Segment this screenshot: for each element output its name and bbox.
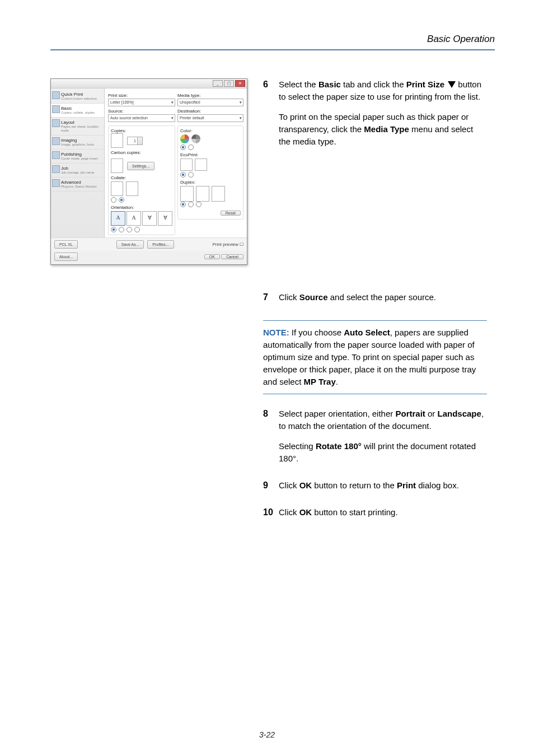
collate-label: Collate: [111, 175, 172, 180]
step-7-body: Click Source and select the paper source… [279, 291, 487, 311]
grayscale-icon[interactable] [191, 134, 200, 143]
step-6-body: Select the Basic tab and click the Print… [279, 78, 487, 156]
copies-icon [111, 133, 123, 148]
duplex-off-icon[interactable] [180, 186, 194, 202]
dialog-screenshot: _ ▢ ✕ Quick PrintCustom button selection… [50, 78, 252, 265]
sidebar-item-job[interactable]: JobJob storage, job name [51, 164, 104, 178]
destination-label: Destination: [177, 109, 243, 114]
header-title: Basic Operation [427, 34, 495, 45]
orient-radio-2[interactable] [119, 227, 124, 232]
print-size-combo[interactable]: Letter [100%] [108, 99, 175, 106]
color-icon[interactable] [180, 134, 189, 143]
step-6-number: 6 [263, 78, 279, 156]
duplex-radio-off[interactable] [180, 202, 186, 207]
color-label: Color: [180, 128, 241, 133]
layout-icon [52, 119, 60, 127]
saveas-button[interactable]: Save As... [116, 240, 144, 249]
advanced-icon [52, 179, 60, 187]
collate-radio-on[interactable] [119, 197, 124, 203]
duplex-long-icon[interactable] [196, 186, 209, 202]
publishing-icon [52, 151, 60, 159]
orientation-landscape[interactable]: A [127, 211, 141, 226]
sidebar-item-imaging[interactable]: ImagingImage, graphics, fonts [51, 136, 104, 150]
source-label: Source: [108, 109, 175, 114]
about-button[interactable]: About... [54, 253, 78, 261]
window-close-button[interactable]: ✕ [235, 80, 245, 87]
source-combo[interactable]: Auto source selection [108, 114, 175, 122]
step-8-number: 8 [263, 408, 279, 473]
print-preview-check[interactable]: Print preview ☐ [213, 242, 243, 247]
pcl-button[interactable]: PCL XL [54, 240, 78, 249]
eco-off-icon[interactable] [180, 158, 193, 171]
media-type-combo[interactable]: Unspecified [177, 99, 243, 106]
media-type-label: Media type: [177, 93, 243, 98]
ok-button[interactable]: OK [204, 254, 220, 259]
sidebar-item-quickprint[interactable]: Quick PrintCustom button selection [51, 90, 104, 104]
eco-radio-off[interactable] [180, 172, 186, 178]
profiles-button[interactable]: Profiles... [147, 240, 174, 249]
step-8-body: Select paper orientation, either Portrai… [279, 408, 487, 473]
copies-spinner[interactable]: 1 [127, 137, 143, 145]
cancel-button[interactable]: Cancel [221, 254, 243, 259]
carbon-icon [111, 158, 123, 173]
dialog-title [53, 81, 54, 86]
color-radio-color[interactable] [180, 144, 186, 150]
page-number: 3-22 [0, 730, 534, 739]
step-7-number: 7 [263, 291, 279, 311]
settings-button[interactable]: Settings... [127, 162, 154, 170]
orient-radio-4[interactable] [134, 227, 140, 232]
print-size-label: Print size: [108, 93, 175, 98]
note-label: NOTE: [263, 328, 289, 337]
duplex-label: Duplex: [180, 180, 241, 185]
note-box: NOTE: If you choose Auto Select, papers … [263, 320, 487, 394]
step-10-number: 10 [263, 506, 279, 526]
collate-off-icon[interactable] [111, 181, 123, 196]
orient-radio-3[interactable] [127, 227, 132, 232]
duplex-radio-short[interactable] [196, 202, 202, 207]
destination-combo[interactable]: Printer default [177, 114, 243, 122]
carbon-label: Carbon copies: [111, 150, 172, 155]
collate-radio-off[interactable] [111, 197, 116, 203]
window-max-button[interactable]: ▢ [224, 80, 234, 87]
orientation-landscape-180[interactable]: ∀ [158, 211, 172, 226]
orientation-label: Orientation: [111, 205, 172, 210]
step-10-body: Click OK button to start printing. [279, 506, 487, 526]
orientation-portrait[interactable]: A [111, 211, 125, 226]
basic-icon [52, 105, 60, 113]
eco-on-icon[interactable] [195, 158, 207, 171]
duplex-short-icon[interactable] [212, 186, 225, 202]
reset-button[interactable]: Reset [221, 211, 241, 216]
job-icon [52, 165, 60, 173]
copies-label: Copies: [111, 128, 172, 133]
header-rule [50, 49, 495, 50]
sidebar-item-layout[interactable]: LayoutPages per sheet, booklet, scale [51, 118, 104, 136]
orient-radio-1[interactable] [111, 227, 116, 232]
ecoprint-label: EcoPrint: [180, 152, 241, 157]
quickprint-icon [52, 91, 60, 99]
eco-radio-on[interactable] [188, 172, 194, 178]
sidebar-item-basic[interactable]: BasicCopies, collate, duplex [51, 104, 104, 118]
dropdown-triangle-icon [448, 81, 456, 88]
imaging-icon [52, 137, 60, 145]
sidebar-item-publishing[interactable]: PublishingCover mode, page insert [51, 150, 104, 164]
sidebar-item-advanced[interactable]: AdvancedPlug-ins, Status Monitor [51, 178, 104, 192]
window-min-button[interactable]: _ [213, 80, 223, 87]
color-radio-gray[interactable] [188, 144, 194, 150]
collate-on-icon[interactable] [126, 181, 138, 196]
orientation-portrait-180[interactable]: ∀ [142, 211, 157, 226]
duplex-radio-long[interactable] [188, 202, 194, 207]
step-9-number: 9 [263, 479, 279, 500]
step-9-body: Click OK button to return to the Print d… [279, 479, 487, 500]
